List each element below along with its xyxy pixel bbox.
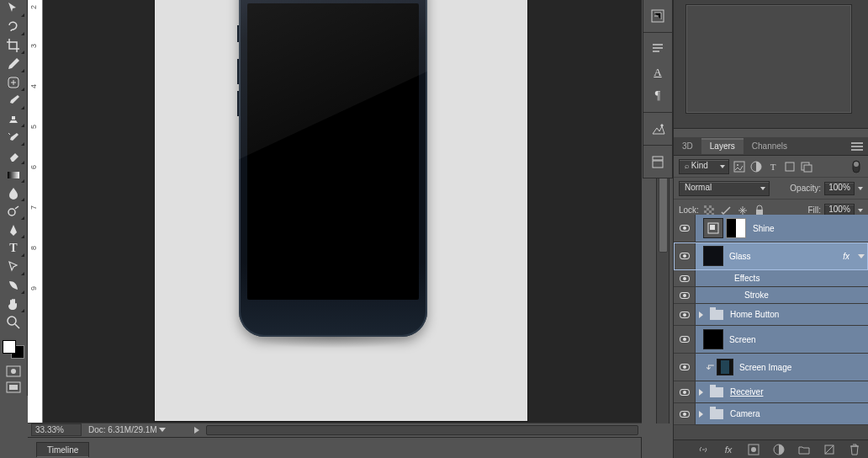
- doc-info-arrow[interactable]: [159, 428, 166, 432]
- path-select-tool[interactable]: [3, 258, 25, 276]
- filter-pixel-icon[interactable]: [733, 160, 746, 173]
- type-tool[interactable]: T: [3, 240, 25, 258]
- fill-dropdown-icon[interactable]: [858, 209, 863, 212]
- adjustment-layer-icon[interactable]: [772, 443, 786, 456]
- layer-name[interactable]: Glass: [726, 252, 843, 261]
- layer-style-icon[interactable]: fx: [722, 443, 735, 456]
- group-toggle-icon[interactable]: [699, 389, 703, 396]
- layer-thumb[interactable]: [717, 359, 733, 375]
- eyedropper-tool[interactable]: [3, 56, 25, 73]
- link-layers-icon[interactable]: [696, 443, 710, 456]
- clip-arrow-icon: ↳: [704, 363, 716, 371]
- history-brush-tool[interactable]: [3, 129, 25, 146]
- phone-mockup: [239, 0, 427, 347]
- svg-rect-10: [653, 157, 663, 160]
- opacity-field[interactable]: 100%: [824, 182, 855, 195]
- visibility-toggle[interactable]: [674, 287, 696, 303]
- eraser-tool[interactable]: [3, 147, 25, 165]
- layer-name[interactable]: Camera: [727, 409, 868, 418]
- visibility-toggle[interactable]: [674, 215, 696, 242]
- visibility-toggle[interactable]: [674, 304, 696, 325]
- gradient-tool[interactable]: [3, 166, 25, 184]
- horizontal-scrollbar[interactable]: [206, 425, 638, 435]
- delete-layer-icon[interactable]: [848, 443, 861, 456]
- layer-group-camera[interactable]: Camera: [674, 403, 868, 425]
- svg-point-26: [751, 447, 756, 452]
- play-icon[interactable]: [194, 427, 199, 434]
- layer-glass[interactable]: Glass fx: [674, 242, 868, 270]
- paragraph-style-icon[interactable]: ¶: [645, 85, 670, 107]
- dodge-tool[interactable]: [3, 203, 25, 221]
- history-panel-icon[interactable]: [645, 5, 670, 27]
- visibility-toggle[interactable]: [674, 242, 696, 269]
- canvas[interactable]: [43, 0, 642, 423]
- layer-thumb[interactable]: [703, 329, 723, 349]
- layer-filter-row: ⌕ Kind T: [674, 156, 868, 178]
- vector-thumb[interactable]: [703, 218, 723, 238]
- layer-screen[interactable]: Screen: [674, 326, 868, 354]
- layer-screen-image[interactable]: ↳ Screen Image: [674, 354, 868, 381]
- clone-stamp-tool[interactable]: [3, 111, 25, 129]
- color-swatches[interactable]: [3, 340, 24, 359]
- navigator-preview[interactable]: [685, 4, 852, 114]
- crop-tool[interactable]: [3, 37, 25, 55]
- brush-tool[interactable]: [3, 93, 25, 110]
- layer-name[interactable]: Home Button: [727, 310, 868, 319]
- paragraph-panel-icon[interactable]: [645, 38, 670, 60]
- timeline-tab[interactable]: Timeline: [36, 442, 89, 457]
- group-toggle-icon[interactable]: [699, 312, 703, 318]
- fx-badge[interactable]: fx: [843, 252, 849, 261]
- tab-channels[interactable]: Channels: [744, 138, 796, 154]
- layer-glass-effects[interactable]: Effects: [674, 270, 868, 287]
- quick-mask-mode[interactable]: [3, 364, 25, 380]
- blur-tool[interactable]: [3, 184, 25, 202]
- foreground-color-swatch[interactable]: [3, 340, 16, 354]
- visibility-toggle[interactable]: [674, 381, 696, 402]
- adjustments-panel-icon[interactable]: [645, 118, 670, 140]
- layer-group-home-button[interactable]: Home Button: [674, 304, 868, 326]
- layer-name[interactable]: Screen Image: [736, 363, 868, 372]
- character-panel-icon[interactable]: A: [645, 61, 670, 83]
- blend-mode-select[interactable]: Normal: [679, 181, 770, 196]
- visibility-toggle[interactable]: [674, 326, 696, 353]
- layer-thumb[interactable]: [703, 246, 723, 266]
- lasso-tool[interactable]: [3, 19, 25, 36]
- eye-icon: [680, 292, 690, 299]
- tab-3d[interactable]: 3D: [674, 138, 701, 154]
- layer-name[interactable]: Screen: [726, 335, 868, 344]
- eye-icon: [680, 364, 690, 370]
- screen-mode[interactable]: [3, 380, 25, 396]
- filter-toggle-switch[interactable]: [849, 160, 863, 173]
- visibility-toggle[interactable]: [674, 270, 696, 286]
- layer-name[interactable]: Shine: [749, 224, 868, 233]
- panel-menu-icon[interactable]: [851, 142, 868, 151]
- hand-tool[interactable]: [3, 296, 25, 313]
- layer-glass-stroke[interactable]: Stroke: [674, 287, 868, 304]
- group-toggle-icon[interactable]: [699, 411, 703, 418]
- pen-tool[interactable]: [3, 221, 25, 239]
- zoom-level[interactable]: 33.33%: [31, 423, 82, 436]
- tab-layers[interactable]: Layers: [701, 138, 744, 154]
- layer-name[interactable]: Receiver: [727, 387, 868, 397]
- new-group-icon[interactable]: [797, 443, 811, 456]
- visibility-toggle[interactable]: [674, 354, 696, 381]
- opacity-dropdown-icon[interactable]: [858, 187, 863, 190]
- filter-adjust-icon[interactable]: [749, 160, 763, 173]
- filter-type-icon[interactable]: T: [766, 160, 780, 173]
- add-mask-icon[interactable]: [747, 443, 760, 456]
- library-panel-icon[interactable]: [645, 151, 670, 173]
- filter-smart-icon[interactable]: [800, 160, 813, 173]
- new-layer-icon[interactable]: [823, 443, 836, 456]
- move-tool[interactable]: [3, 0, 25, 18]
- layer-shine[interactable]: Shine: [674, 215, 868, 242]
- layer-group-receiver[interactable]: Receiver: [674, 381, 868, 403]
- zoom-tool[interactable]: [3, 314, 25, 332]
- layer-mask-thumb[interactable]: [726, 218, 746, 238]
- fx-toggle-icon[interactable]: [858, 254, 865, 258]
- filter-kind-select[interactable]: ⌕ Kind: [679, 159, 729, 174]
- visibility-toggle[interactable]: [674, 403, 696, 424]
- filter-shape-icon[interactable]: [783, 160, 797, 173]
- status-bar: 33.33% Doc: 6.31M/29.1M: [28, 423, 642, 436]
- healing-brush-tool[interactable]: [3, 74, 25, 92]
- shape-tool[interactable]: [3, 277, 25, 295]
